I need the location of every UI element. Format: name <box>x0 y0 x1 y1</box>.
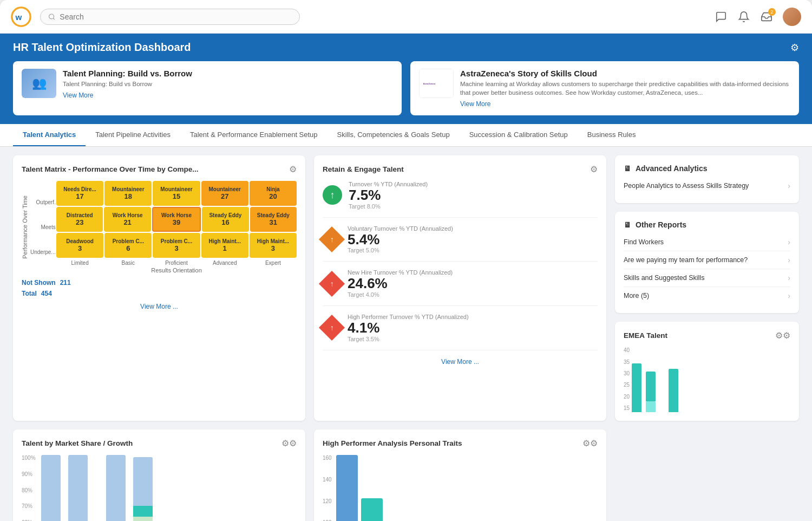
newhire-icon: ↑ <box>319 271 345 297</box>
matrix-cell-1-4[interactable]: Steady Eddy31 <box>250 207 297 232</box>
retain-engage-settings[interactable]: ⚙ <box>590 164 598 174</box>
main-content: Talent Matrix - Performance Over Time by… <box>0 147 812 429</box>
report-item-3[interactable]: More (5) › <box>624 287 790 304</box>
bottom-section: Talent by Market Share / Growth ⚙⚙ 100% … <box>0 429 812 521</box>
report-arrow-2: › <box>788 273 790 282</box>
voluntary-data: Voluntary Turnover % YTD (Annualized) 5.… <box>348 225 598 254</box>
retain-engage-card: Retain & Engage Talent ⚙ ↑ Turnover % YT… <box>314 155 606 421</box>
top-nav: w 2 <box>0 0 812 34</box>
matrix-cell-0-4[interactable]: Ninja20 <box>250 181 297 206</box>
header-settings-icon[interactable]: ⚙ <box>790 42 799 54</box>
promo-title-2: AstraZeneca's Story of Skills Cloud <box>460 69 790 78</box>
report-item-0[interactable]: Find Workers › <box>624 233 790 251</box>
tab-succession[interactable]: Succession & Calibration Setup <box>460 124 578 146</box>
matrix-container: Performance Over Time Outperf. Meets Und… <box>22 181 297 273</box>
emea-filter-icon[interactable]: ⚙⚙ <box>775 330 790 341</box>
tab-pipeline[interactable]: Talent Pipeline Activities <box>86 124 180 146</box>
hp-y-labels: 160 140 120 100 <box>323 455 332 521</box>
nav-icons: 2 <box>715 8 801 26</box>
talent-matrix-icons[interactable]: ⚙ <box>289 164 297 174</box>
tab-talent-analytics[interactable]: Talent Analytics <box>13 124 86 146</box>
matrix-cell-2-4[interactable]: High Maint...3 <box>250 233 297 258</box>
y-label-underpe: Underpe... <box>30 249 59 255</box>
matrix-cell-1-2[interactable]: Work Horse39 <box>152 207 201 232</box>
metric-newhire: ↑ New Hire Turnover % YTD (Annualized) 2… <box>323 269 598 306</box>
notification-icon[interactable] <box>737 10 750 23</box>
dashboard-header: HR Talent Optimization Dashboard ⚙ <box>0 34 812 61</box>
advanced-analytics-title: 🖥 Advanced Analytics <box>624 164 790 173</box>
inbox-icon[interactable]: 2 <box>760 10 773 23</box>
tab-skills[interactable]: Skills, Competencies & Goals Setup <box>328 124 460 146</box>
emea-bar-2 <box>646 372 656 412</box>
promo-view-more-1[interactable]: View More <box>63 92 93 99</box>
promo-title-1: Talent Planning: Build vs. Borrow <box>63 69 192 78</box>
hp-icons[interactable]: ⚙⚙ <box>582 438 598 448</box>
promo-card-2: AstraZeneca AstraZeneca's Story of Skill… <box>410 61 799 115</box>
emea-icons[interactable]: ⚙⚙ <box>775 330 790 341</box>
report-arrow-1: › <box>788 256 790 264</box>
search-bar[interactable] <box>40 9 300 25</box>
retain-view-more[interactable]: View More ... <box>323 358 598 366</box>
hp-title: High Performer Analysis Personal Traits <box>323 439 462 447</box>
metric-turnover: ↑ Turnover % YTD (Annualized) 7.5% Targe… <box>323 181 598 218</box>
market-share-icons[interactable]: ⚙⚙ <box>281 438 297 448</box>
talent-matrix-title: Talent Matrix - Performance Over Time by… <box>22 165 199 173</box>
matrix-cell-0-2[interactable]: Mountaineer15 <box>153 181 200 206</box>
matrix-cell-2-3[interactable]: High Maint...1 <box>201 233 248 258</box>
ms-bar-3 <box>105 455 127 521</box>
matrix-cell-0-1[interactable]: Mountaineer18 <box>104 181 152 206</box>
report-arrow-3: › <box>788 291 790 300</box>
emea-chart <box>630 347 680 412</box>
matrix-cell-1-3[interactable]: Steady Eddy16 <box>202 207 248 232</box>
promo-view-more-2[interactable]: View More <box>460 100 490 108</box>
matrix-cell-0-3[interactable]: Mountaineer27 <box>201 181 248 206</box>
right-column: 🖥 Advanced Analytics People Analytics to… <box>615 155 799 421</box>
voluntary-icon: ↑ <box>319 226 345 252</box>
matrix-cell-2-2[interactable]: Problem C...3 <box>153 233 200 258</box>
matrix-cell-1-1[interactable]: Work Horse21 <box>104 207 150 232</box>
retain-engage-title: Retain & Engage Talent <box>323 165 404 173</box>
emea-y-labels: 40 35 30 25 20 15 <box>624 347 630 412</box>
talent-matrix-card: Talent Matrix - Performance Over Time by… <box>13 155 305 421</box>
analytics-arrow-0: › <box>788 181 790 190</box>
talent-matrix-header: Talent Matrix - Performance Over Time by… <box>22 164 297 174</box>
reports-icon: 🖥 <box>624 220 631 229</box>
market-share-card: Talent by Market Share / Growth ⚙⚙ 100% … <box>13 429 305 521</box>
search-icon <box>48 13 55 21</box>
report-arrow-0: › <box>788 238 790 246</box>
chat-icon[interactable] <box>715 10 728 23</box>
y-label-outperf: Outperf. <box>30 199 59 205</box>
ms-bar-1 <box>40 455 62 521</box>
highperf-data: High Performer Turnover % YTD (Annualize… <box>348 314 598 342</box>
user-avatar[interactable] <box>783 8 801 26</box>
turnover-icon: ↑ <box>323 185 342 205</box>
promo-card-1: 👥 Talent Planning: Build vs. Borrow Tale… <box>13 61 402 115</box>
not-shown-row: Not Shown 211 <box>22 279 297 286</box>
emea-talent-card: EMEA Talent ⚙⚙ 40 35 30 25 20 15 <box>615 322 799 421</box>
matrix-footer: Not Shown 211 Total 454 <box>22 279 297 297</box>
matrix-grid: Needs Dire...17 Mountaineer18 Mountainee… <box>56 181 297 273</box>
matrix-x-labels: Limited Basic Proficient Advanced Expert <box>56 260 297 266</box>
hp-bar-1 <box>336 455 358 521</box>
search-input[interactable] <box>60 12 292 21</box>
inbox-badge: 2 <box>768 8 776 16</box>
promo-content-1: Talent Planning: Build vs. Borrow Talent… <box>63 69 192 99</box>
matrix-cell-0-0[interactable]: Needs Dire...17 <box>56 181 103 206</box>
report-item-1[interactable]: Are we paying my team for performance? › <box>624 251 790 269</box>
report-item-2[interactable]: Skills and Suggested Skills › <box>624 269 790 287</box>
app-wrapper: w 2 <box>0 0 812 521</box>
other-reports-title: 🖥 Other Reports <box>624 220 790 229</box>
matrix-cell-2-1[interactable]: Problem C...6 <box>104 233 152 258</box>
matrix-view-more[interactable]: View More ... <box>22 303 297 310</box>
workday-logo[interactable]: w <box>11 6 31 27</box>
tab-business-rules[interactable]: Business Rules <box>578 124 646 146</box>
matrix-cell-2-0[interactable]: Deadwood3 <box>56 233 103 258</box>
analytics-item-0[interactable]: People Analytics to Assess Skills Strate… <box>624 177 790 194</box>
matrix-cell-1-0[interactable]: Distracted23 <box>56 207 103 232</box>
emea-bar-3 <box>669 369 678 412</box>
other-reports-card: 🖥 Other Reports Find Workers › Are we pa… <box>615 212 799 313</box>
market-share-bars <box>36 455 158 521</box>
metric-highperf: ↑ High Performer Turnover % YTD (Annuali… <box>323 314 598 350</box>
tab-enablement[interactable]: Talent & Performance Enablement Setup <box>180 124 328 146</box>
market-share-y-labels: 100% 90% 80% 70% 60% <box>22 455 36 521</box>
